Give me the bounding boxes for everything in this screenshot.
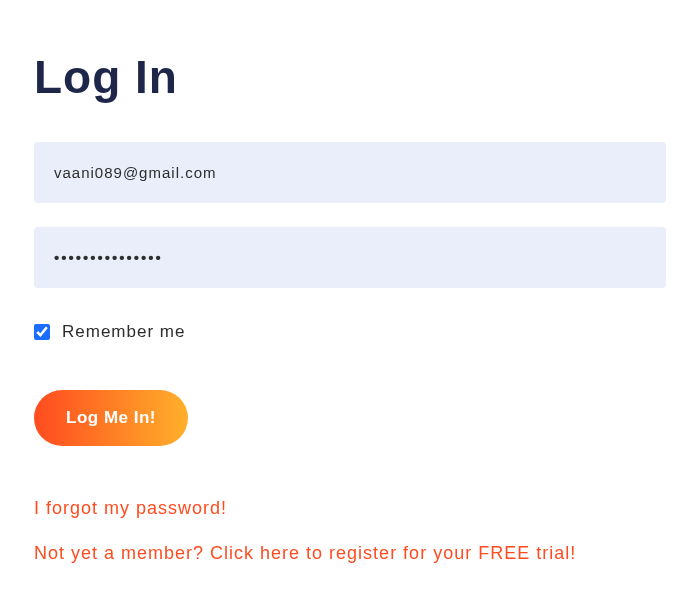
remember-me-row: Remember me <box>34 322 666 342</box>
page-title: Log In <box>34 50 666 104</box>
password-field[interactable] <box>34 227 666 288</box>
login-button[interactable]: Log Me In! <box>34 390 188 446</box>
forgot-password-link[interactable]: I forgot my password! <box>34 498 666 519</box>
register-link[interactable]: Not yet a member? Click here to register… <box>34 543 666 564</box>
remember-me-checkbox[interactable] <box>34 324 50 340</box>
email-field[interactable] <box>34 142 666 203</box>
remember-me-label[interactable]: Remember me <box>62 322 185 342</box>
